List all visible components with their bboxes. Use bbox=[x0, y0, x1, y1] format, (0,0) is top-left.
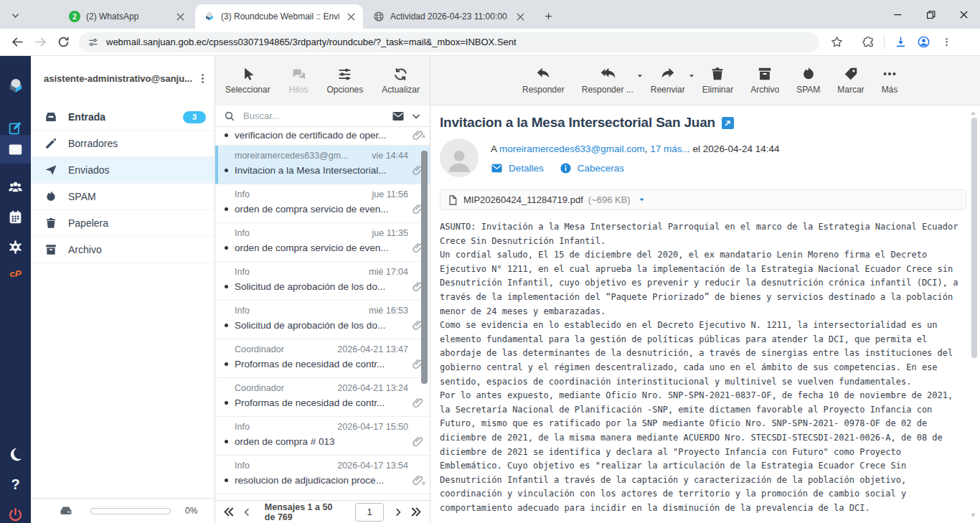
message-row[interactable]: Coordinador2026-04-21 13:24Proformas de … bbox=[215, 378, 430, 417]
rail-help-icon[interactable]: ? bbox=[0, 470, 31, 499]
folder-archivo[interactable]: Archivo bbox=[31, 237, 215, 263]
list-scroll-down-icon[interactable]: ▼ bbox=[420, 481, 427, 487]
last-page-icon[interactable] bbox=[410, 506, 423, 518]
rail-dark-mode-icon[interactable] bbox=[0, 440, 31, 468]
message-row[interactable]: Coordinador2026-04-21 13:47Proformas de … bbox=[215, 339, 430, 378]
caret-down-icon[interactable] bbox=[636, 72, 644, 80]
app-rail: cP? bbox=[0, 56, 31, 523]
tab-scroll-chevron-icon[interactable] bbox=[6, 7, 24, 23]
folder-entrada[interactable]: Entrada3 bbox=[31, 104, 215, 131]
actualizar-button[interactable]: Actualizar bbox=[382, 67, 420, 95]
mail-scroll-up-icon[interactable]: ▲ bbox=[970, 110, 976, 116]
archivo-button[interactable]: Archivo bbox=[750, 66, 779, 95]
next-page-icon[interactable] bbox=[393, 507, 403, 517]
site-info-icon[interactable] bbox=[88, 37, 99, 48]
rail-settings-icon[interactable] bbox=[0, 232, 31, 261]
download-icon[interactable] bbox=[889, 31, 912, 54]
spam-button[interactable]: SPAM bbox=[796, 66, 820, 95]
tab-close-icon[interactable] bbox=[174, 11, 187, 23]
message-date: jue 11:56 bbox=[372, 189, 408, 199]
search-bar[interactable] bbox=[215, 105, 430, 127]
trash-icon bbox=[44, 217, 57, 230]
eliminar-button[interactable]: Eliminar bbox=[702, 66, 733, 95]
tab-close-icon[interactable] bbox=[514, 11, 527, 23]
message-subject: orden de compra servicio de even... bbox=[235, 242, 389, 253]
message-row[interactable]: Info2026-04-17 13:54resolucion de adjudi… bbox=[215, 456, 430, 494]
message-row[interactable]: Infojue 11:56orden de compra servicio de… bbox=[215, 184, 430, 223]
attachment-menu-caret-icon[interactable] bbox=[638, 196, 646, 204]
hilos-button[interactable]: Hilos bbox=[289, 67, 308, 95]
attachment-name[interactable]: MIP20260424_11284719.pdf bbox=[463, 194, 583, 205]
responder-button[interactable]: Responder bbox=[522, 66, 565, 95]
message-row[interactable]: Info2026-04-17 15:50orden de compra # 01… bbox=[215, 417, 430, 456]
folder-enviados[interactable]: Enviados bbox=[31, 157, 215, 184]
attachment-bar[interactable]: MIP20260424_11284719.pdf (~696 KB) bbox=[440, 189, 966, 210]
rail-logout-icon[interactable] bbox=[0, 500, 31, 523]
url-bar[interactable]: webmail.sanjuan.gob.ec/cpsess0307194865/… bbox=[79, 32, 819, 52]
search-options-chevron-icon[interactable] bbox=[411, 111, 421, 121]
message-row[interactable]: moreiramercedes633@gm...vie 14:44Invitac… bbox=[215, 146, 430, 184]
flame-icon bbox=[44, 190, 57, 203]
search-scope-icon[interactable] bbox=[392, 110, 405, 123]
bookmark-star-icon[interactable] bbox=[825, 31, 848, 54]
message-row[interactable]: Infomié 16:53Solicitud de aprobación de … bbox=[215, 301, 430, 339]
browser-tab[interactable]: 2(2) WhatsApp bbox=[60, 4, 192, 29]
headers-link[interactable]: Cabeceras bbox=[578, 163, 624, 174]
mail-scrollbar-thumb[interactable] bbox=[971, 118, 977, 358]
folder-spam[interactable]: SPAM bbox=[31, 184, 215, 210]
browser-tab[interactable]: Actividad 2026-04-23 11:00:00 bbox=[364, 4, 532, 29]
details-link[interactable]: Detalles bbox=[509, 163, 544, 174]
webmail-app: cP? asistente-administrativo@sanju... En… bbox=[0, 56, 980, 523]
caret-down-icon[interactable] bbox=[688, 72, 695, 80]
rail-contacts-icon[interactable] bbox=[0, 172, 31, 201]
forward-icon[interactable] bbox=[29, 31, 52, 54]
more-recipients-link[interactable]: 17 más... bbox=[650, 143, 690, 154]
unread-dot-icon bbox=[225, 133, 228, 137]
rail-calendar-icon[interactable] bbox=[0, 202, 31, 231]
responder-button[interactable]: Responder ... bbox=[582, 66, 633, 95]
marcar-button[interactable]: Marcar bbox=[837, 66, 864, 95]
message-row[interactable]: Infomié 17:04Solicitud de aprobación de … bbox=[215, 262, 430, 301]
opciones-button[interactable]: Opciones bbox=[327, 67, 364, 95]
tab-close-icon[interactable] bbox=[345, 11, 357, 23]
message-subject: Proformas de necesidad de contr... bbox=[235, 359, 385, 369]
restore-icon[interactable] bbox=[914, 0, 947, 29]
extensions-icon[interactable] bbox=[857, 31, 880, 54]
rail-cpanel-icon[interactable]: cP bbox=[0, 259, 31, 288]
mail-toolbar: ResponderResponder ...ReenviarEliminarAr… bbox=[430, 56, 980, 105]
search-input[interactable] bbox=[242, 110, 385, 122]
browser-tab[interactable]: (3) Roundcube Webmail :: Envia bbox=[195, 4, 363, 29]
close-icon[interactable] bbox=[947, 0, 980, 29]
toolbar-button-label: Reenviar bbox=[651, 85, 685, 95]
recipient-link[interactable]: moreiramercedes633@gmail.com bbox=[499, 143, 645, 154]
folder-papelera[interactable]: Papelera bbox=[31, 210, 215, 237]
message-date: 2026-04-21 13:24 bbox=[337, 383, 408, 393]
flame-icon bbox=[801, 66, 816, 82]
mail-scroll-down-icon[interactable]: ▼ bbox=[970, 512, 976, 519]
menu-icon[interactable] bbox=[935, 31, 958, 54]
profile-icon[interactable] bbox=[912, 31, 935, 54]
message-row[interactable]: Infojue 11:35orden de compra servicio de… bbox=[215, 223, 430, 262]
reenviar-button[interactable]: Reenviar bbox=[651, 66, 685, 95]
message-subject: orden de compra servicio de even... bbox=[235, 204, 389, 215]
page-input[interactable] bbox=[355, 503, 384, 522]
reload-icon[interactable] bbox=[52, 31, 75, 54]
back-icon[interactable] bbox=[6, 31, 29, 54]
list-scrollbar-thumb[interactable] bbox=[421, 151, 428, 384]
seleccionar-button[interactable]: Seleccionar bbox=[225, 67, 270, 95]
minimize-icon[interactable] bbox=[881, 0, 914, 29]
list-scroll-up-icon[interactable]: ▲ bbox=[420, 133, 427, 139]
account-menu-icon[interactable] bbox=[197, 72, 209, 85]
rail-mail-icon[interactable] bbox=[0, 135, 31, 164]
first-page-icon[interactable] bbox=[222, 506, 235, 518]
toolbar-button-label: Actualizar bbox=[382, 85, 420, 95]
new-tab-button[interactable] bbox=[540, 7, 557, 24]
prev-page-icon[interactable] bbox=[242, 507, 252, 517]
más-button[interactable]: Más bbox=[882, 66, 898, 95]
message-subject: orden de compra # 013 bbox=[235, 436, 335, 447]
unread-dot-icon bbox=[225, 169, 228, 172]
open-in-new-window-icon[interactable] bbox=[722, 117, 734, 129]
toolbar-button-label: Responder ... bbox=[582, 85, 633, 95]
folder-borradores[interactable]: Borradores bbox=[31, 131, 215, 157]
message-row[interactable]: verificacion de certificado de oper... bbox=[215, 127, 430, 146]
